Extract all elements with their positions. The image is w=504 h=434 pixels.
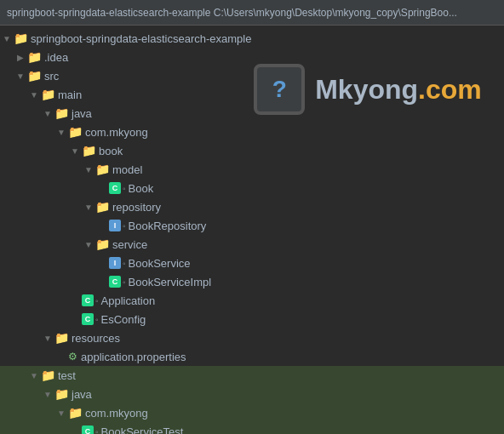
tree-item-root[interactable]: ▼ 📁 springboot-springdata-elasticsearch-… [0, 29, 504, 48]
folder-icon: 📁 [27, 50, 42, 64]
folder-icon: 📁 [95, 163, 110, 176]
interface-icon: I [109, 220, 121, 231]
tree-item-BookServiceImpl[interactable]: C◦ BookServiceImpl [0, 272, 504, 291]
tree-item-idea[interactable]: ▶ 📁 .idea [0, 48, 504, 66]
class-badge: ◦ [95, 427, 99, 435]
folder-icon: 📁 [27, 69, 42, 83]
tree-item-BookRepository[interactable]: I◦ BookRepository [0, 216, 504, 235]
arrow-open: ▼ [27, 371, 41, 380]
item-label: com.mkyong [85, 126, 148, 139]
interface-icon: I [109, 257, 121, 269]
item-label: BookServiceTest [101, 425, 184, 435]
arrow-open: ▼ [68, 146, 82, 156]
interface-badge: ◦ [123, 221, 126, 231]
tree-item-resources[interactable]: ▼ 📁 resources [0, 328, 504, 347]
item-label: java [72, 107, 92, 120]
tree-item-commkyong-test[interactable]: ▼ 📁 com.mkyong [0, 403, 504, 422]
item-label: BookServiceImpl [129, 276, 212, 288]
tree-item-java-test[interactable]: ▼ 📁 java [0, 385, 504, 403]
arrow-open: ▼ [41, 109, 54, 118]
arrow-open: ▼ [0, 34, 14, 43]
item-label: com.mkyong [85, 407, 148, 420]
project-tree[interactable]: ▼ 📁 springboot-springdata-elasticsearch-… [0, 26, 504, 434]
folder-icon: 📁 [54, 331, 69, 345]
class-badge: ◦ [123, 184, 126, 193]
arrow-open: ▼ [14, 71, 27, 81]
item-label: src [44, 70, 59, 83]
folder-icon: 📁 [41, 88, 55, 101]
item-label: repository [112, 201, 161, 214]
item-label: BookRepository [129, 220, 207, 232]
tree-item-model[interactable]: ▼ 📁 model [0, 160, 504, 179]
folder-icon: 📁 [14, 31, 28, 45]
item-label: BookService [129, 257, 191, 270]
tree-item-java[interactable]: ▼ 📁 java [0, 104, 504, 123]
arrow-closed: ▶ [14, 53, 27, 62]
tree-item-service[interactable]: ▼ 📁 service [0, 235, 504, 254]
tree-item-book[interactable]: ▼ 📁 book [0, 141, 504, 160]
class-icon: C [82, 425, 94, 434]
arrow-open: ▼ [54, 128, 68, 137]
tree-item-test[interactable]: ▼ 📁 test [0, 366, 504, 385]
item-label: service [112, 238, 147, 251]
arrow-open: ▼ [82, 165, 95, 174]
folder-icon: 📁 [68, 125, 83, 139]
item-label: application.properties [81, 351, 186, 363]
class-badge: ◦ [95, 315, 99, 324]
class-icon: C [82, 294, 94, 306]
interface-badge: ◦ [123, 259, 126, 268]
item-label: book [99, 145, 123, 157]
tree-item-commkyong[interactable]: ▼ 📁 com.mkyong [0, 123, 504, 141]
item-label: Application [101, 294, 156, 307]
folder-icon: 📁 [41, 368, 55, 382]
title-bar: springboot-springdata-elasticsearch-exam… [0, 0, 504, 26]
properties-icon: ⚙ [68, 351, 77, 363]
class-badge: ◦ [123, 277, 126, 287]
class-icon: C [109, 182, 121, 194]
tree-item-main[interactable]: ▼ 📁 main [0, 85, 504, 104]
tree-item-appprops[interactable]: ⚙ application.properties [0, 347, 504, 366]
item-label: springboot-springdata-elasticsearch-exam… [31, 32, 251, 45]
arrow-open: ▼ [54, 408, 68, 418]
arrow-open: ▼ [82, 240, 95, 249]
tree-item-src[interactable]: ▼ 📁 src [0, 66, 504, 85]
arrow-open: ▼ [82, 203, 95, 212]
tree-item-repository[interactable]: ▼ 📁 repository [0, 197, 504, 216]
item-label: resources [72, 332, 120, 345]
item-label: main [58, 89, 82, 101]
item-label: Book [129, 182, 154, 195]
arrow-open: ▼ [41, 334, 54, 343]
tree-item-EsConfig[interactable]: C◦ EsConfig [0, 310, 504, 328]
class-icon: C [82, 313, 94, 325]
item-label: test [58, 369, 76, 382]
arrow-open: ▼ [41, 390, 54, 399]
class-badge: ◦ [95, 296, 99, 306]
folder-icon: 📁 [68, 406, 83, 420]
item-label: .idea [44, 51, 68, 64]
class-icon: C [109, 276, 121, 288]
item-label: java [72, 388, 92, 401]
folder-icon: 📁 [54, 387, 69, 401]
tree-item-BookService[interactable]: I◦ BookService [0, 254, 504, 272]
folder-icon: 📁 [95, 200, 110, 214]
folder-icon: 📁 [54, 106, 69, 120]
tree-item-Application[interactable]: C◦ Application [0, 291, 504, 310]
title-bar-text: springboot-springdata-elasticsearch-exam… [7, 7, 457, 19]
folder-icon: 📁 [95, 237, 110, 251]
tree-item-Book[interactable]: C◦ Book [0, 179, 504, 197]
item-label: model [112, 163, 142, 176]
arrow-open: ▼ [27, 90, 41, 100]
folder-icon: 📁 [82, 144, 96, 157]
item-label: EsConfig [101, 313, 146, 326]
tree-item-BookServiceTest[interactable]: C◦ BookServiceTest [0, 422, 504, 434]
